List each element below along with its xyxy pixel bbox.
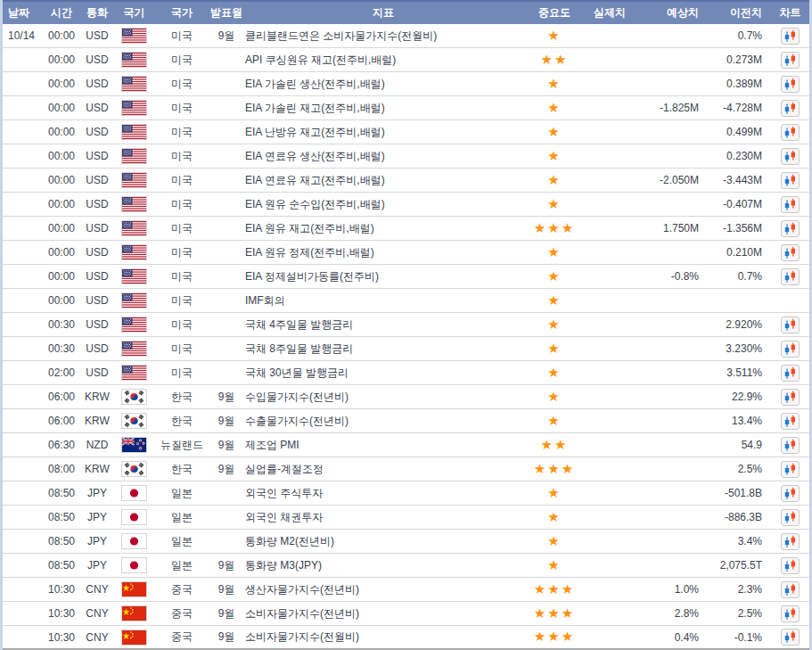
chart-button[interactable] [781,76,800,93]
event-indicator[interactable]: EIA 정제설비가동률(전주비) [243,265,523,288]
event-indicator[interactable]: API 쿠싱원유 재고(전주비,배럴) [243,48,523,71]
event-row[interactable]: 00:00 USD 미국 API 쿠싱원유 재고(전주비,배럴) ★★ 0.27… [3,48,809,72]
chart-button[interactable] [781,268,800,285]
event-row[interactable]: 08:50 JPY 일본 외국인 주식투자 ★ -501.8B [3,481,809,506]
event-indicator[interactable]: 실업률-계절조정 [243,457,523,481]
event-country: 일본 [154,530,209,553]
event-row[interactable]: 06:30 NZD 뉴질랜드 9월 제조업 PMI ★★ 54.9 [3,433,809,457]
event-indicator[interactable]: 통화량 M3(JPY) [243,554,523,577]
chart-button[interactable] [781,365,800,382]
calendar-header-row: 날짜 시간 통화 국기 국가 발표월 지표 중요도 실제치 예상치 이전치 차트 [3,0,809,24]
actual-value [586,530,635,553]
event-row[interactable]: 10:30 CNY 중국 9월 생산자물가지수(전년비) ★★★ 1.0% 2.… [3,578,809,602]
importance-stars: ★ [523,265,586,288]
chart-button[interactable] [781,148,800,165]
event-row[interactable]: 00:30 USD 미국 국채 8주일물 발행금리 ★ 3.230% [3,337,809,361]
chart-button[interactable] [781,124,800,141]
event-row[interactable]: 00:00 USD 미국 EIA 원유 순수입(전주비,배럴) ★ -0.407… [3,193,809,217]
event-row[interactable]: 08:00 KRW 한국 9월 실업률-계절조정 ★★★ 2.5% [3,457,809,481]
event-indicator[interactable]: 클리블랜드연은 소비자물가지수(전월비) [243,24,523,47]
chart-button[interactable] [781,220,800,237]
importance-stars: ★ [523,193,586,216]
chart-button[interactable] [781,52,800,69]
flag-cell [114,144,154,168]
flag-nz-icon [121,437,147,453]
event-indicator[interactable]: EIA 원유 순수입(전주비,배럴) [243,193,523,216]
chart-button[interactable] [781,485,800,502]
event-indicator[interactable]: 국채 8주일물 발행금리 [243,337,523,360]
event-row[interactable]: 00:00 USD 미국 EIA 가솔린 재고(전주비,배럴) ★ -1.825… [3,96,809,120]
chart-button[interactable] [781,605,800,622]
event-row[interactable]: 00:00 USD 미국 EIA 가솔린 생산(전주비,배럴) ★ 0.389M [3,72,809,96]
event-row[interactable]: 00:00 USD 미국 EIA 원유 정제(전주비,배럴) ★ 0.210M [3,241,809,265]
col-header-country: 국가 [154,2,209,24]
chart-button[interactable] [781,533,800,550]
event-row[interactable]: 10:30 CNY 중국 9월 소비자물가지수(전월비) ★★★ 0.4% -0… [3,626,809,650]
chart-button[interactable] [781,413,800,430]
event-row[interactable]: 08:50 JPY 일본 9월 통화량 M3(JPY) ★ 2,075.5T [3,554,809,578]
event-row[interactable]: 00:00 USD 미국 EIA 원유 재고(전주비,배럴) ★★★ 1.750… [3,217,809,241]
actual-value [586,554,635,577]
event-date [3,144,43,168]
chart-button[interactable] [781,196,800,213]
event-indicator[interactable]: 국채 4주일물 발행금리 [243,313,523,336]
event-indicator[interactable]: EIA 가솔린 생산(전주비,배럴) [243,72,523,95]
flag-kr-icon [121,461,147,477]
event-row[interactable]: 06:00 KRW 한국 9월 수입물가지수(전년비) ★ 22.9% [3,385,809,409]
flag-cell [114,241,154,264]
event-indicator[interactable]: 외국인 채권투자 [243,506,523,529]
chart-button[interactable] [781,557,800,574]
chart-button[interactable] [781,509,800,526]
event-indicator[interactable]: 외국인 주식투자 [243,481,523,505]
event-indicator[interactable]: 소비자물가지수(전년비) [243,602,523,625]
event-indicator[interactable]: 생산자물가지수(전년비) [243,578,523,601]
col-header-date: 날짜 [3,2,43,24]
event-indicator[interactable]: 제조업 PMI [243,433,523,457]
chart-button[interactable] [781,317,800,333]
chart-button[interactable] [781,172,800,189]
flag-cell [114,481,154,505]
event-row[interactable]: 08:50 JPY 일본 통화량 M2(전년비) ★ 3.4% [3,530,809,554]
event-indicator[interactable]: 수입물가지수(전년비) [243,385,523,408]
event-indicator[interactable]: 통화량 M2(전년비) [243,530,523,553]
chart-button[interactable] [781,389,800,406]
chart-cell [771,506,809,529]
chart-button[interactable] [781,341,800,358]
chart-button[interactable] [781,244,800,261]
event-row[interactable]: 10:30 CNY 중국 9월 소비자물가지수(전년비) ★★★ 2.8% 2.… [3,602,809,626]
chart-button[interactable] [781,629,800,646]
event-row[interactable]: 00:00 USD 미국 EIA 정제설비가동률(전주비) ★ -0.8% 0.… [3,265,809,289]
event-row[interactable]: 06:00 KRW 한국 9월 수출물가지수(전년비) ★ 13.4% [3,409,809,433]
event-row[interactable]: 10/14 00:00 USD 미국 9월 클리블랜드연은 소비자물가지수(전월… [3,24,809,48]
chart-button[interactable] [781,581,800,598]
chart-button[interactable] [781,28,800,45]
forecast-value: 0.4% [635,626,708,648]
event-indicator[interactable]: EIA 가솔린 재고(전주비,배럴) [243,96,523,119]
forecast-value [635,313,708,336]
event-indicator[interactable]: EIA 연료유 생산(전주비,배럴) [243,144,523,168]
event-indicator[interactable]: 국채 30년물 발행금리 [243,361,523,384]
event-row[interactable]: 00:00 USD 미국 EIA 연료유 재고(전주비,배럴) ★ -2.050… [3,169,809,193]
event-row[interactable]: 00:00 USD 미국 EIA 연료유 생산(전주비,배럴) ★ 0.230M [3,144,809,169]
event-indicator[interactable]: 소비자물가지수(전월비) [243,626,523,648]
chart-button[interactable] [781,100,800,117]
event-date [3,337,43,360]
previous-value: -3.443M [708,169,771,192]
flag-us-icon [121,244,147,260]
event-indicator[interactable]: 수출물가지수(전년비) [243,409,523,432]
event-row[interactable]: 00:00 USD 미국 EIA 난방유 재고(전주비,배럴) ★ 0.499M [3,120,809,144]
event-row[interactable]: 02:00 USD 미국 국채 30년물 발행금리 ★ 3.511% [3,361,809,385]
event-indicator[interactable]: IMF회의 [243,289,523,312]
event-row[interactable]: 00:00 USD 미국 IMF회의 ★ [3,289,809,313]
event-indicator[interactable]: EIA 난방유 재고(전주비,배럴) [243,120,523,144]
event-row[interactable]: 08:50 JPY 일본 외국인 채권투자 ★ -886.3B [3,506,809,530]
chart-button[interactable] [781,437,800,454]
previous-value: -886.3B [708,506,771,529]
event-indicator[interactable]: EIA 원유 정제(전주비,배럴) [243,241,523,264]
forecast-value [635,385,708,408]
flag-us-icon [121,317,147,333]
chart-button[interactable] [781,461,800,478]
event-indicator[interactable]: EIA 연료유 재고(전주비,배럴) [243,169,523,192]
event-indicator[interactable]: EIA 원유 재고(전주비,배럴) [243,217,523,240]
event-row[interactable]: 00:30 USD 미국 국채 4주일물 발행금리 ★ 2.920% [3,313,809,337]
